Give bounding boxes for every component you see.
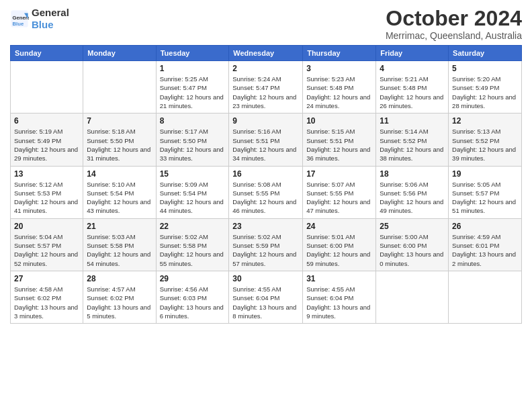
calendar-cell-1-6: 12Sunrise: 5:13 AMSunset: 5:52 PMDayligh…	[449, 113, 522, 166]
calendar-cell-3-2: 22Sunrise: 5:02 AMSunset: 5:58 PMDayligh…	[156, 218, 229, 271]
location: Merrimac, Queensland, Australia	[386, 30, 522, 41]
logo-text: General Blue	[32, 7, 69, 31]
calendar-cell-2-6: 19Sunrise: 5:05 AMSunset: 5:57 PMDayligh…	[449, 166, 522, 218]
calendar-cell-1-0: 6Sunrise: 5:19 AMSunset: 5:49 PMDaylight…	[11, 113, 83, 166]
day-info: Sunrise: 5:06 AMSunset: 5:56 PMDaylight:…	[380, 180, 445, 216]
day-number: 22	[160, 222, 226, 231]
calendar-cell-4-5	[376, 271, 449, 323]
calendar-cell-2-1: 14Sunrise: 5:10 AMSunset: 5:54 PMDayligh…	[83, 166, 156, 218]
day-info: Sunrise: 5:15 AMSunset: 5:51 PMDaylight:…	[306, 127, 372, 163]
day-number: 27	[14, 274, 79, 283]
day-number: 10	[306, 116, 372, 126]
logo-icon: General Blue	[10, 9, 29, 28]
day-info: Sunrise: 5:19 AMSunset: 5:49 PMDaylight:…	[14, 127, 79, 163]
calendar-cell-4-6	[449, 271, 522, 323]
day-number: 28	[87, 274, 152, 283]
day-info: Sunrise: 5:04 AMSunset: 5:57 PMDaylight:…	[14, 232, 79, 268]
calendar-cell-2-4: 17Sunrise: 5:07 AMSunset: 5:55 PMDayligh…	[303, 166, 376, 218]
calendar-cell-2-2: 15Sunrise: 5:09 AMSunset: 5:54 PMDayligh…	[156, 166, 229, 218]
calendar-cell-1-5: 11Sunrise: 5:14 AMSunset: 5:52 PMDayligh…	[376, 113, 449, 166]
day-info: Sunrise: 5:12 AMSunset: 5:53 PMDaylight:…	[14, 180, 79, 216]
title-block: October 2024 Merrimac, Queensland, Austr…	[386, 7, 522, 41]
day-number: 7	[87, 116, 152, 126]
calendar-cell-3-5: 25Sunrise: 5:00 AMSunset: 6:00 PMDayligh…	[376, 218, 449, 271]
day-number: 16	[232, 169, 299, 179]
day-number: 17	[306, 169, 372, 179]
header: General Blue General Blue October 2024 M…	[10, 7, 522, 41]
calendar-cell-1-2: 8Sunrise: 5:17 AMSunset: 5:50 PMDaylight…	[156, 113, 229, 166]
day-number: 11	[380, 116, 445, 126]
calendar-cell-2-3: 16Sunrise: 5:08 AMSunset: 5:55 PMDayligh…	[229, 166, 303, 218]
page-container: General Blue General Blue October 2024 M…	[0, 0, 532, 327]
calendar-cell-3-1: 21Sunrise: 5:03 AMSunset: 5:58 PMDayligh…	[83, 218, 156, 271]
header-wednesday: Wednesday	[229, 46, 303, 61]
day-number: 14	[87, 169, 152, 179]
day-info: Sunrise: 5:00 AMSunset: 6:00 PMDaylight:…	[380, 232, 445, 268]
header-tuesday: Tuesday	[156, 46, 229, 61]
day-info: Sunrise: 5:24 AMSunset: 5:47 PMDaylight:…	[232, 75, 299, 110]
week-row-4: 20Sunrise: 5:04 AMSunset: 5:57 PMDayligh…	[11, 218, 522, 271]
calendar-header-row: Sunday Monday Tuesday Wednesday Thursday…	[11, 46, 522, 61]
day-info: Sunrise: 5:20 AMSunset: 5:49 PMDaylight:…	[452, 75, 518, 110]
calendar-cell-4-1: 28Sunrise: 4:57 AMSunset: 6:02 PMDayligh…	[83, 271, 156, 323]
calendar-cell-0-1	[83, 61, 156, 113]
day-info: Sunrise: 5:13 AMSunset: 5:52 PMDaylight:…	[452, 127, 518, 163]
day-info: Sunrise: 4:55 AMSunset: 6:04 PMDaylight:…	[306, 285, 372, 320]
day-info: Sunrise: 4:56 AMSunset: 6:03 PMDaylight:…	[160, 285, 226, 320]
calendar-cell-4-0: 27Sunrise: 4:58 AMSunset: 6:02 PMDayligh…	[11, 271, 83, 323]
calendar-cell-1-3: 9Sunrise: 5:16 AMSunset: 5:51 PMDaylight…	[229, 113, 303, 166]
day-info: Sunrise: 5:25 AMSunset: 5:47 PMDaylight:…	[160, 75, 226, 110]
day-info: Sunrise: 5:07 AMSunset: 5:55 PMDaylight:…	[306, 180, 372, 216]
calendar-table: Sunday Monday Tuesday Wednesday Thursday…	[10, 45, 522, 324]
day-number: 13	[14, 169, 79, 179]
calendar-cell-0-6: 5Sunrise: 5:20 AMSunset: 5:49 PMDaylight…	[449, 61, 522, 113]
day-number: 24	[306, 222, 372, 231]
week-row-5: 27Sunrise: 4:58 AMSunset: 6:02 PMDayligh…	[11, 271, 522, 323]
day-number: 18	[380, 169, 445, 179]
day-info: Sunrise: 5:16 AMSunset: 5:51 PMDaylight:…	[232, 127, 299, 163]
calendar-cell-1-1: 7Sunrise: 5:18 AMSunset: 5:50 PMDaylight…	[83, 113, 156, 166]
calendar-cell-3-6: 26Sunrise: 4:59 AMSunset: 6:01 PMDayligh…	[449, 218, 522, 271]
day-number: 15	[160, 169, 226, 179]
calendar-cell-0-3: 2Sunrise: 5:24 AMSunset: 5:47 PMDaylight…	[229, 61, 303, 113]
calendar-cell-3-0: 20Sunrise: 5:04 AMSunset: 5:57 PMDayligh…	[11, 218, 83, 271]
day-number: 31	[306, 274, 372, 283]
day-info: Sunrise: 5:09 AMSunset: 5:54 PMDaylight:…	[160, 180, 226, 216]
calendar-cell-0-2: 1Sunrise: 5:25 AMSunset: 5:47 PMDaylight…	[156, 61, 229, 113]
day-number: 26	[452, 222, 518, 231]
day-number: 19	[452, 169, 518, 179]
day-number: 12	[452, 116, 518, 126]
header-friday: Friday	[376, 46, 449, 61]
day-info: Sunrise: 5:10 AMSunset: 5:54 PMDaylight:…	[87, 180, 152, 216]
day-info: Sunrise: 4:55 AMSunset: 6:04 PMDaylight:…	[232, 285, 299, 320]
calendar-cell-0-5: 4Sunrise: 5:21 AMSunset: 5:48 PMDaylight…	[376, 61, 449, 113]
calendar-cell-2-5: 18Sunrise: 5:06 AMSunset: 5:56 PMDayligh…	[376, 166, 449, 218]
day-number: 30	[232, 274, 299, 283]
day-info: Sunrise: 5:18 AMSunset: 5:50 PMDaylight:…	[87, 127, 152, 163]
week-row-3: 13Sunrise: 5:12 AMSunset: 5:53 PMDayligh…	[11, 166, 522, 218]
day-info: Sunrise: 5:21 AMSunset: 5:48 PMDaylight:…	[380, 75, 445, 110]
month-title: October 2024	[386, 7, 522, 30]
calendar-cell-3-4: 24Sunrise: 5:01 AMSunset: 6:00 PMDayligh…	[303, 218, 376, 271]
day-info: Sunrise: 5:17 AMSunset: 5:50 PMDaylight:…	[160, 127, 226, 163]
calendar-cell-2-0: 13Sunrise: 5:12 AMSunset: 5:53 PMDayligh…	[11, 166, 83, 218]
day-number: 23	[232, 222, 299, 231]
week-row-2: 6Sunrise: 5:19 AMSunset: 5:49 PMDaylight…	[11, 113, 522, 166]
header-sunday: Sunday	[11, 46, 83, 61]
day-info: Sunrise: 5:14 AMSunset: 5:52 PMDaylight:…	[380, 127, 445, 163]
day-number: 5	[452, 64, 518, 73]
day-number: 20	[14, 222, 79, 231]
header-thursday: Thursday	[303, 46, 376, 61]
day-info: Sunrise: 5:23 AMSunset: 5:48 PMDaylight:…	[306, 75, 372, 110]
day-info: Sunrise: 5:03 AMSunset: 5:58 PMDaylight:…	[87, 232, 152, 268]
day-number: 6	[14, 116, 79, 126]
calendar-cell-4-4: 31Sunrise: 4:55 AMSunset: 6:04 PMDayligh…	[303, 271, 376, 323]
day-number: 1	[160, 64, 226, 73]
day-info: Sunrise: 5:05 AMSunset: 5:57 PMDaylight:…	[452, 180, 518, 216]
day-number: 29	[160, 274, 226, 283]
calendar-cell-3-3: 23Sunrise: 5:02 AMSunset: 5:59 PMDayligh…	[229, 218, 303, 271]
header-saturday: Saturday	[449, 46, 522, 61]
day-info: Sunrise: 4:58 AMSunset: 6:02 PMDaylight:…	[14, 285, 79, 320]
day-number: 9	[232, 116, 299, 126]
day-info: Sunrise: 5:01 AMSunset: 6:00 PMDaylight:…	[306, 232, 372, 268]
